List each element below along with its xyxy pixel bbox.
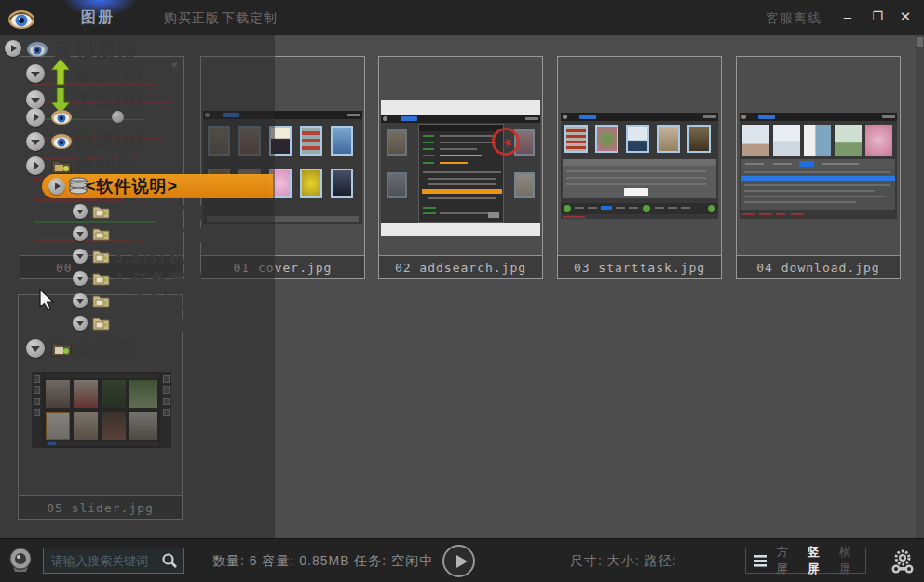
play-icon (456, 555, 468, 568)
eye-icon (50, 109, 73, 126)
app-window: 图册 购买正版 下载定制 客服离线 – ❐ ✕ ✕ 00 (0, 0, 924, 582)
vertical-scrollbar[interactable] (916, 35, 924, 538)
thumbnail-image-02: ★ (381, 100, 540, 236)
collapse-arrow-icon[interactable] (73, 293, 88, 308)
expand-arrow-icon[interactable] (5, 40, 21, 57)
search-box[interactable] (43, 548, 184, 574)
scroll-up-arrow-icon[interactable] (917, 37, 923, 47)
photo-folder-icon (92, 204, 110, 219)
thumbnail-cell-04[interactable]: 04 download.jpg (736, 56, 901, 279)
title-bar: 图册 购买正版 下载定制 客服离线 – ❐ ✕ (0, 0, 924, 35)
arrow-up-icon (50, 58, 71, 86)
search-input[interactable] (44, 554, 161, 568)
photo-folder-icon (92, 226, 110, 241)
close-button[interactable]: ✕ (892, 0, 918, 35)
expand-arrow-icon[interactable] (48, 178, 65, 195)
collapse-arrow-icon[interactable] (26, 132, 45, 151)
tree-item-label: 收藏(0) (75, 130, 143, 153)
size-path-info: 尺寸: 大小: 路径: (570, 539, 676, 582)
collapse-arrow-icon[interactable] (26, 90, 45, 109)
thumbnail-label: 04 download.jpg (737, 255, 900, 278)
settings-gear-icon[interactable] (887, 547, 918, 576)
view-square-button[interactable]: 方屏 (770, 544, 802, 577)
collapse-arrow-icon[interactable] (73, 226, 88, 241)
thumbnail-label: 02 addsearch.jpg (379, 255, 542, 278)
folder-icon (51, 157, 72, 174)
expand-arrow-icon[interactable] (26, 108, 45, 127)
thumbnail-image-03 (561, 113, 718, 219)
main-content-area: ✕ 00 01 cover.jpg (0, 35, 924, 538)
thumbnail-label: 03 starttask.jpg (558, 255, 721, 278)
tree-item-label: <软件说明> (86, 175, 178, 197)
collapse-arrow-icon[interactable] (73, 316, 88, 331)
customer-service-status[interactable]: 客服离线 (766, 0, 822, 35)
zoom-slider-thumb[interactable] (112, 111, 124, 123)
list-view-icon[interactable] (754, 554, 767, 567)
tree-item-label: 2.浏览窗口 (114, 224, 206, 245)
tree-item-label: 1.导航窗口 (114, 202, 206, 223)
collapse-arrow-icon[interactable] (73, 249, 88, 264)
tree-item-label: 5.定制购买 (114, 291, 206, 312)
tree-item-label: 3.幻灯机 (114, 247, 187, 267)
thumbnail-image-04 (740, 113, 897, 219)
play-slideshow-button[interactable] (442, 545, 475, 577)
menu-download-custom[interactable]: 下载定制 (222, 0, 278, 35)
photo-folder-icon (92, 271, 110, 286)
photo-folder-icon (92, 249, 110, 264)
thumbnail-cell-03[interactable]: 03 starttask.jpg (557, 56, 722, 279)
tree-item-label: 4.任务窗口 (114, 269, 206, 290)
status-bar: 数量: 6 容量: 0.85MB 任务: 空闲中 尺寸: 大小: 路径: 方屏 … (0, 538, 924, 582)
photo-folder-icon (92, 293, 110, 308)
search-icon[interactable] (161, 552, 178, 569)
view-landscape-button[interactable]: 横屏 (834, 544, 865, 577)
webcam-eye-icon (7, 547, 34, 575)
tree-item-label: 6.聊天窗口 (114, 314, 206, 334)
app-logo-eye-icon (7, 7, 35, 31)
maximize-button[interactable]: ❐ (864, 0, 890, 35)
tab-album[interactable]: 图册 (58, 0, 138, 35)
album-logo-icon (26, 39, 48, 58)
collapse-arrow-icon[interactable] (73, 271, 88, 286)
tree-item-software-notes-selected[interactable]: <软件说明> (42, 174, 273, 198)
view-portrait-button-active[interactable]: 竖屏 (802, 544, 834, 577)
minimize-button[interactable]: – (835, 0, 861, 35)
eye-icon (50, 133, 73, 150)
thumbnail-cell-02[interactable]: ★ 02 addsearch.jpg (378, 56, 543, 279)
collection-stats: 数量: 6 容量: 0.85MB 任务: 空闲中 (212, 539, 433, 582)
tree-item-label: 文件夹 (75, 337, 136, 359)
collapse-arrow-icon[interactable] (26, 64, 45, 83)
view-mode-group: 方屏 竖屏 横屏 (745, 548, 866, 574)
folder-icon (51, 340, 72, 357)
expand-arrow-icon[interactable] (26, 156, 45, 175)
collapse-arrow-icon[interactable] (73, 204, 88, 219)
photo-folder-icon (92, 316, 110, 331)
menu-buy-genuine[interactable]: 购买正版 (164, 0, 220, 35)
tree-item-label: 查询(0) (75, 62, 143, 85)
collapse-arrow-icon[interactable] (26, 339, 45, 358)
tree-item-label: 下载(0) (75, 88, 143, 111)
